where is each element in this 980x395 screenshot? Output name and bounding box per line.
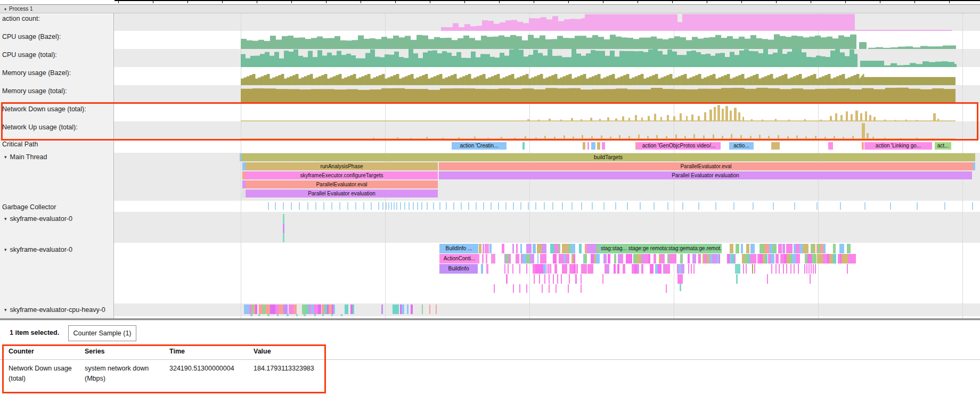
- gc-event-tick[interactable]: [409, 202, 410, 210]
- gc-event-tick[interactable]: [640, 202, 641, 210]
- slice-evaluator2-depth-1[interactable]: ActionConti...: [439, 254, 479, 264]
- event-tick[interactable]: [752, 264, 753, 274]
- event-tick[interactable]: [429, 305, 430, 314]
- sidebar-track-label-11[interactable]: ▾skyframe-evaluator-0: [4, 246, 72, 253]
- gc-event-tick[interactable]: [382, 202, 383, 210]
- dense-slice-fragment[interactable]: [576, 264, 578, 274]
- dense-slice-fragment[interactable]: [699, 254, 701, 264]
- slice-fragment[interactable]: [242, 190, 245, 198]
- dense-slice-fragment[interactable]: [628, 254, 632, 264]
- dense-slice-fragment[interactable]: [829, 254, 833, 264]
- gc-event-tick[interactable]: [396, 202, 397, 210]
- dense-slice-fragment[interactable]: [624, 264, 625, 274]
- dense-slice-fragment[interactable]: [520, 244, 522, 253]
- gc-event-tick[interactable]: [446, 202, 447, 210]
- gc-event-tick[interactable]: [498, 202, 499, 210]
- dense-slice-fragment[interactable]: [741, 244, 743, 253]
- dense-slice-fragment[interactable]: [530, 244, 532, 253]
- dense-slice-fragment[interactable]: [813, 244, 815, 253]
- panel-divider[interactable]: [0, 318, 980, 320]
- slice-fragment[interactable]: [481, 264, 483, 274]
- slice-fragment[interactable]: [973, 162, 975, 170]
- dense-slice-fragment[interactable]: [780, 254, 785, 264]
- slice-fragment[interactable]: [771, 142, 780, 150]
- event-tick[interactable]: [258, 314, 260, 316]
- event-tick[interactable]: [287, 314, 289, 316]
- event-tick[interactable]: [314, 314, 316, 316]
- event-tick[interactable]: [341, 314, 342, 316]
- dense-slice-fragment[interactable]: [554, 264, 557, 274]
- event-tick[interactable]: [813, 264, 814, 274]
- gc-event-tick[interactable]: [794, 202, 795, 210]
- dense-slice-fragment[interactable]: [681, 264, 684, 274]
- slice-fragment[interactable]: [479, 244, 481, 253]
- dense-slice-fragment[interactable]: [637, 254, 641, 264]
- event-tick[interactable]: [736, 274, 738, 284]
- dense-slice-fragment[interactable]: [680, 254, 683, 264]
- event-tick[interactable]: [381, 305, 383, 314]
- sidebar-track-label-12[interactable]: ▾skyframe-evaluator-cpu-heavy-0: [4, 306, 105, 314]
- dense-slice-fragment[interactable]: [255, 305, 257, 314]
- dense-slice-fragment[interactable]: [565, 264, 567, 274]
- dense-slice-fragment[interactable]: [750, 244, 755, 253]
- gc-event-tick[interactable]: [323, 202, 324, 210]
- slice-critical-path[interactable]: action 'Linking go...: [864, 142, 932, 150]
- event-tick[interactable]: [783, 264, 784, 274]
- dense-slice-fragment[interactable]: [769, 244, 772, 253]
- dense-slice-fragment[interactable]: [600, 244, 601, 253]
- dense-slice-fragment[interactable]: [509, 254, 511, 264]
- event-tick[interactable]: [743, 264, 744, 274]
- event-tick[interactable]: [331, 314, 333, 316]
- dense-slice-fragment[interactable]: [790, 244, 793, 253]
- dense-slice-fragment[interactable]: [633, 254, 637, 264]
- slice-fragment[interactable]: [591, 142, 595, 150]
- event-tick[interactable]: [691, 264, 692, 274]
- event-tick[interactable]: [804, 264, 805, 274]
- slice-evaluator2-depth-2[interactable]: BuildInfo: [439, 264, 478, 274]
- dense-slice-fragment[interactable]: [512, 244, 514, 253]
- event-tick[interactable]: [539, 274, 540, 284]
- gc-event-tick[interactable]: [307, 202, 308, 210]
- gc-event-tick[interactable]: [291, 202, 292, 210]
- dense-slice-fragment[interactable]: [402, 305, 404, 314]
- slice-fragment[interactable]: [486, 254, 487, 264]
- dense-slice-fragment[interactable]: [778, 244, 782, 253]
- dense-slice-fragment[interactable]: [672, 254, 676, 264]
- dense-slice-fragment[interactable]: [574, 254, 575, 264]
- event-tick[interactable]: [277, 314, 279, 316]
- gc-event-tick[interactable]: [421, 202, 422, 210]
- gc-event-tick[interactable]: [917, 202, 918, 210]
- slice-critical-path[interactable]: actio...: [729, 142, 754, 150]
- dense-slice-fragment[interactable]: [847, 244, 850, 253]
- event-tick[interactable]: [794, 264, 795, 274]
- event-tick[interactable]: [779, 264, 780, 274]
- dense-slice-fragment[interactable]: [542, 244, 546, 253]
- gc-event-tick[interactable]: [491, 202, 492, 210]
- slice-fragment[interactable]: [482, 254, 484, 264]
- dense-slice-fragment[interactable]: [650, 264, 653, 274]
- slice-fragment[interactable]: [587, 142, 589, 150]
- gc-event-tick[interactable]: [528, 202, 529, 210]
- gc-event-tick[interactable]: [864, 202, 865, 210]
- event-tick[interactable]: [241, 193, 242, 199]
- gc-event-tick[interactable]: [388, 202, 389, 210]
- event-tick[interactable]: [688, 264, 689, 274]
- dense-slice-fragment[interactable]: [786, 244, 790, 253]
- event-tick[interactable]: [693, 264, 695, 274]
- dense-slice-fragment[interactable]: [667, 264, 670, 274]
- gc-event-tick[interactable]: [513, 202, 514, 210]
- dense-slice-fragment[interactable]: [641, 264, 643, 274]
- event-tick[interactable]: [767, 274, 768, 284]
- gc-event-tick[interactable]: [331, 202, 332, 210]
- dense-slice-fragment[interactable]: [543, 264, 546, 274]
- dense-slice-fragment[interactable]: [546, 264, 548, 274]
- dense-slice-fragment[interactable]: [397, 305, 399, 314]
- dense-slice-fragment[interactable]: [777, 254, 779, 264]
- event-tick[interactable]: [561, 274, 562, 284]
- gc-event-tick[interactable]: [378, 202, 379, 210]
- dense-slice-fragment[interactable]: [805, 244, 808, 253]
- slice-fragment[interactable]: [486, 264, 488, 274]
- dense-slice-fragment[interactable]: [516, 244, 517, 253]
- dense-slice-fragment[interactable]: [279, 305, 283, 314]
- event-tick[interactable]: [581, 284, 582, 293]
